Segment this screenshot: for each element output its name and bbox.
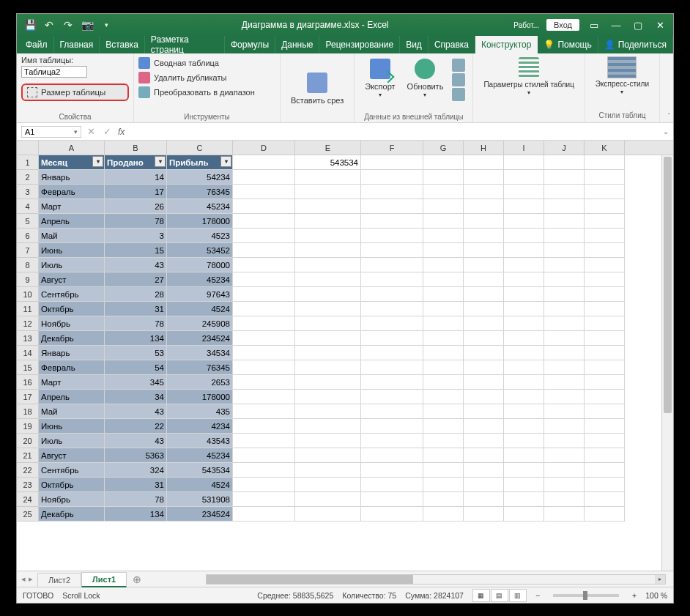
cell[interactable]: 28 (105, 287, 167, 302)
cell[interactable]: Июнь (39, 419, 105, 434)
cell[interactable] (464, 331, 504, 346)
cell[interactable]: 4234 (167, 419, 233, 434)
cell[interactable]: 26 (105, 199, 167, 214)
cell[interactable] (295, 331, 361, 346)
cell[interactable] (464, 199, 504, 214)
convert-range-button[interactable]: Преобразовать в диапазон (138, 85, 275, 100)
cell[interactable] (361, 243, 423, 258)
cell[interactable] (423, 360, 464, 375)
cell[interactable] (295, 390, 361, 404)
cell[interactable] (233, 185, 295, 199)
tab-design[interactable]: Конструктор (475, 36, 538, 53)
cell[interactable] (544, 272, 585, 287)
cancel-formula-icon[interactable]: ✕ (83, 126, 99, 137)
collapse-ribbon-icon[interactable]: ˇ (668, 113, 670, 121)
tab-review[interactable]: Рецензирование (319, 36, 400, 53)
cell[interactable] (504, 243, 544, 258)
cell[interactable]: 54234 (167, 170, 233, 185)
cell[interactable]: 4524 (167, 478, 233, 492)
cell[interactable]: 14 (105, 170, 167, 185)
cell[interactable]: 543534 (167, 463, 233, 478)
cell[interactable] (585, 170, 625, 185)
row-header[interactable]: 10 (17, 287, 39, 302)
cell[interactable]: 2653 (167, 375, 233, 390)
cell[interactable] (423, 375, 464, 390)
cell[interactable]: 178000 (167, 214, 233, 229)
cell[interactable] (585, 155, 625, 170)
cell[interactable]: Месяц▾ (39, 155, 105, 170)
cell[interactable] (504, 170, 544, 185)
cell[interactable]: 76345 (167, 185, 233, 199)
cell[interactable]: 78 (105, 492, 167, 507)
cell[interactable] (544, 492, 585, 507)
tab-insert[interactable]: Вставка (100, 36, 145, 53)
cell[interactable]: 543534 (295, 155, 361, 170)
row-header[interactable]: 1 (17, 155, 39, 170)
cell[interactable]: Февраль (39, 185, 105, 199)
cell[interactable]: 324 (105, 463, 167, 478)
cell[interactable] (585, 448, 625, 463)
cell[interactable] (544, 170, 585, 185)
cell[interactable] (423, 316, 464, 331)
cell[interactable] (464, 346, 504, 360)
cell[interactable] (295, 170, 361, 185)
cell[interactable]: 245908 (167, 316, 233, 331)
row-header[interactable]: 14 (17, 346, 39, 360)
cell[interactable]: 43 (105, 258, 167, 272)
cell[interactable] (504, 507, 544, 522)
tab-file[interactable]: Файл (20, 36, 54, 53)
cell[interactable]: 234524 (167, 507, 233, 522)
cell[interactable]: Ноябрь (39, 492, 105, 507)
resize-table-button[interactable]: Размер таблицы (21, 84, 129, 101)
cell[interactable]: 31 (105, 302, 167, 316)
horizontal-scrollbar[interactable]: ◂ ▸ (206, 574, 666, 585)
cell[interactable] (585, 331, 625, 346)
cell[interactable]: Ноябрь (39, 316, 105, 331)
cell[interactable] (504, 331, 544, 346)
cell[interactable]: 4523 (167, 229, 233, 243)
cell[interactable] (361, 199, 423, 214)
cell[interactable] (585, 434, 625, 448)
properties-icon[interactable] (452, 59, 465, 72)
cell[interactable]: 3 (105, 229, 167, 243)
view-normal-icon[interactable]: ▦ (472, 589, 490, 602)
cell[interactable]: Июнь (39, 243, 105, 258)
cell[interactable] (544, 214, 585, 229)
cell[interactable] (464, 360, 504, 375)
row-header[interactable]: 13 (17, 331, 39, 346)
cell[interactable] (504, 478, 544, 492)
cell[interactable]: 5363 (105, 448, 167, 463)
fx-icon[interactable]: fx (115, 127, 127, 137)
cell[interactable] (504, 199, 544, 214)
cell[interactable] (504, 448, 544, 463)
scrollbar-thumb[interactable] (664, 157, 672, 413)
add-sheet-button[interactable]: ⊕ (127, 574, 147, 585)
cell[interactable] (233, 448, 295, 463)
cell[interactable] (423, 272, 464, 287)
tab-formulas[interactable]: Формулы (225, 36, 275, 53)
quick-styles-button[interactable]: Экспресс-стили▾ (590, 55, 655, 97)
cell[interactable] (423, 258, 464, 272)
close-icon[interactable]: ✕ (650, 15, 670, 35)
cell[interactable] (233, 419, 295, 434)
cell[interactable] (361, 214, 423, 229)
cell[interactable] (544, 331, 585, 346)
cell[interactable] (361, 478, 423, 492)
cell[interactable] (544, 463, 585, 478)
cell[interactable] (464, 478, 504, 492)
cell[interactable] (361, 404, 423, 419)
cell[interactable] (544, 199, 585, 214)
cell[interactable] (504, 492, 544, 507)
cell[interactable]: 34534 (167, 346, 233, 360)
cell[interactable] (295, 360, 361, 375)
cell[interactable]: Май (39, 229, 105, 243)
cell[interactable] (423, 287, 464, 302)
row-header[interactable]: 8 (17, 258, 39, 272)
cell[interactable] (233, 375, 295, 390)
cell[interactable] (585, 302, 625, 316)
cell[interactable]: 4524 (167, 302, 233, 316)
cell[interactable] (585, 492, 625, 507)
cell[interactable] (361, 287, 423, 302)
column-header[interactable]: D (233, 141, 295, 155)
cell[interactable]: Март (39, 375, 105, 390)
